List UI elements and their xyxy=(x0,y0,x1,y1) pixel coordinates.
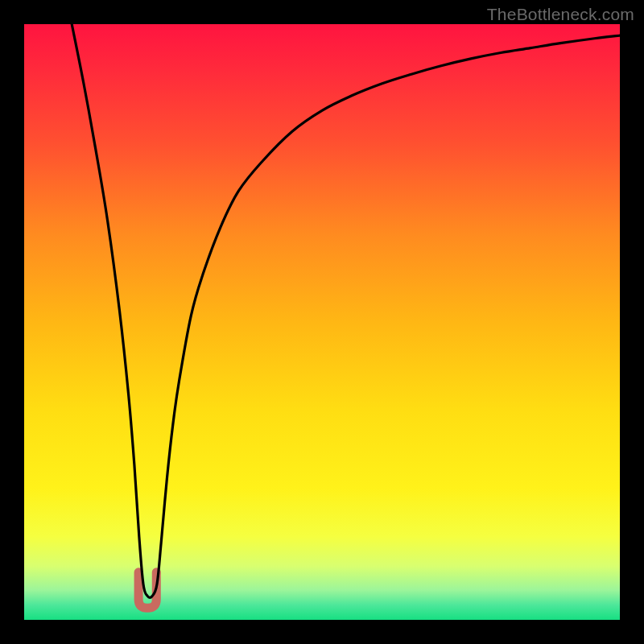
curve-minimum-marker xyxy=(138,572,156,608)
plot-area xyxy=(24,24,620,620)
bottleneck-curve xyxy=(72,24,620,597)
watermark-text: TheBottleneck.com xyxy=(487,5,634,24)
outer-frame: TheBottleneck.com xyxy=(0,0,644,644)
curve-layer xyxy=(24,24,620,620)
